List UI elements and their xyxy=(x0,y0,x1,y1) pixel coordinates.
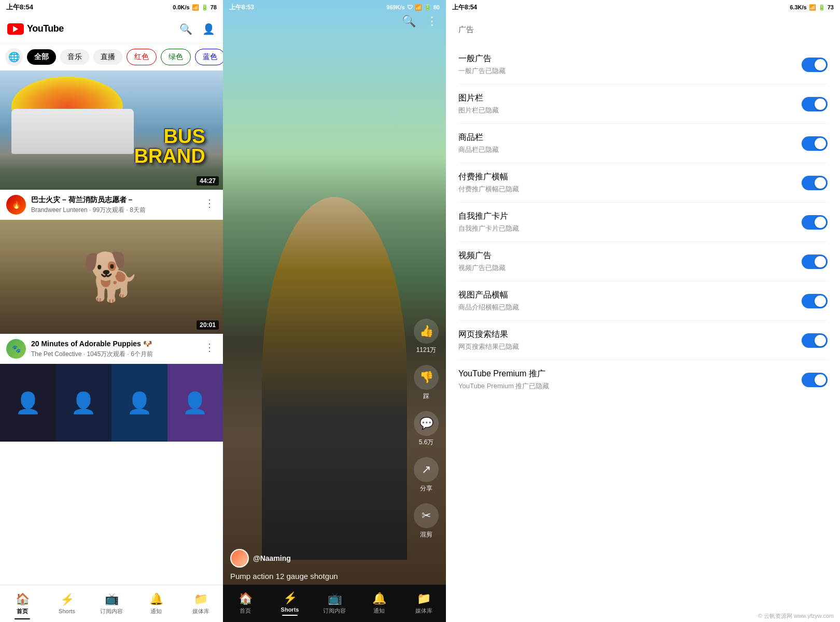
toggle-video-ads[interactable] xyxy=(802,255,828,269)
video-title-1[interactable]: 巴士火灾 – 荷兰消防员志愿者 – xyxy=(31,195,197,204)
shorts-search-button[interactable]: 🔍 xyxy=(402,15,416,28)
nav-subscriptions-feed[interactable]: 📺 订阅内容 xyxy=(89,592,134,615)
filter-globe-button[interactable]: 🌐 xyxy=(5,48,23,66)
settings-item-name-2: 图片栏 xyxy=(458,93,499,104)
remix-button[interactable]: ✂ 混剪 xyxy=(414,503,439,539)
shorts-video-bg xyxy=(223,0,446,622)
nav-shorts-feed[interactable]: ⚡ Shorts xyxy=(45,593,89,614)
settings-item-name-3: 商品栏 xyxy=(458,132,499,143)
settings-item-text-8: 网页搜索结果 网页搜索结果已隐藏 xyxy=(458,329,519,351)
toggle-product-bar[interactable] xyxy=(802,136,828,151)
wifi-icon-settings: 📶 xyxy=(809,4,816,11)
more-options-1[interactable]: ⋮ xyxy=(202,195,217,211)
shorts-right-actions: 👍 1121万 👎 踩 💬 5.6万 ↗ 分享 ✂ 混剪 xyxy=(414,319,439,539)
video-meta-1: 巴士火灾 – 荷兰消防员志愿者 – Brandweer Lunteren · 9… xyxy=(31,195,197,215)
youtube-header: YouTube 🔍 👤 xyxy=(0,15,223,44)
toggle-image-bar[interactable] xyxy=(802,97,828,111)
bottom-nav-feed: 🏠 首页 ⚡ Shorts 📺 订阅内容 🔔 通知 📁 媒体库 xyxy=(0,585,223,622)
filter-music[interactable]: 音乐 xyxy=(60,49,89,65)
yt-header-icons: 🔍 👤 xyxy=(178,22,216,36)
settings-item-desc-6: 视频广告已隐藏 xyxy=(458,263,506,273)
settings-item-desc-9: YouTube Premium 推广已隐藏 xyxy=(458,381,549,391)
shorts-more-button[interactable]: ⋮ xyxy=(426,15,438,28)
status-bar-settings: 上午8:54 6.3K/s 📶 🔋 73 xyxy=(446,0,840,15)
shorts-nav-shorts-label: Shorts xyxy=(281,606,299,613)
face-1: 👤 xyxy=(0,364,56,442)
settings-item-video-ads: 视频广告 视频广告已隐藏 xyxy=(458,242,828,281)
author-name[interactable]: @Naaming xyxy=(253,554,291,562)
video-thumb-1[interactable]: BUS BRAND 44:27 xyxy=(0,70,223,190)
filter-red[interactable]: 红色 xyxy=(127,49,157,65)
nav-home[interactable]: 🏠 首页 xyxy=(0,592,45,615)
shorts-notifications-icon: 🔔 xyxy=(372,592,386,605)
toggle-web-search[interactable] xyxy=(802,333,828,348)
shorts-nav-shorts[interactable]: ⚡ Shorts xyxy=(268,591,312,616)
video-meta-2: 20 Minutes of Adorable Puppies 🐶 The Pet… xyxy=(31,339,197,359)
home-icon: 🏠 xyxy=(16,592,30,606)
profile-button[interactable]: 👤 xyxy=(201,22,216,36)
shorts-shorts-icon: ⚡ xyxy=(283,591,297,605)
nav-active-indicator xyxy=(15,618,30,619)
settings-item-image-bar: 图片栏 图片栏已隐藏 xyxy=(458,84,828,124)
settings-panel: 上午8:54 6.3K/s 📶 🔋 73 广告 一般广告 一般广告已隐藏 图片栏… xyxy=(446,0,840,622)
search-button[interactable]: 🔍 xyxy=(178,22,193,36)
bus-shape xyxy=(11,109,134,154)
author-avatar[interactable] xyxy=(230,549,249,568)
duration-badge-2: 20:01 xyxy=(197,320,219,330)
shorts-nav-subscriptions[interactable]: 📺 订阅内容 xyxy=(312,592,357,615)
toggle-general-ads[interactable] xyxy=(802,58,828,72)
filter-all[interactable]: 全部 xyxy=(27,49,56,65)
video-title-2[interactable]: 20 Minutes of Adorable Puppies 🐶 xyxy=(31,339,197,348)
nav-library-label: 媒体库 xyxy=(192,607,209,615)
nav-library-feed[interactable]: 📁 媒体库 xyxy=(178,592,223,615)
settings-item-desc-4: 付费推广横幅已隐藏 xyxy=(458,185,519,194)
time-shorts: 上午8:53 xyxy=(229,3,254,12)
status-bar-feed: 上午8:54 0.0K/s 📶 🔋 78 xyxy=(0,0,223,15)
dislike-button[interactable]: 👎 踩 xyxy=(414,365,439,401)
like-button[interactable]: 👍 1121万 xyxy=(414,319,439,355)
video-thumb-3[interactable]: 👤 👤 👤 👤 xyxy=(0,364,223,442)
comment-button[interactable]: 💬 5.6万 xyxy=(414,411,439,447)
filter-green[interactable]: 绿色 xyxy=(161,49,191,65)
share-button[interactable]: ↗ 分享 xyxy=(414,457,439,493)
face-3: 👤 xyxy=(111,364,167,442)
yt-logo-text: YouTube xyxy=(27,23,64,34)
filter-blue[interactable]: 蓝色 xyxy=(195,49,223,65)
nav-subscriptions-label: 订阅内容 xyxy=(100,607,123,615)
notifications-icon: 🔔 xyxy=(149,592,163,606)
settings-item-text-9: YouTube Premium 推广 YouTube Premium 推广已隐藏 xyxy=(458,369,549,391)
yt-logo: YouTube xyxy=(7,23,64,35)
more-options-2[interactable]: ⋮ xyxy=(202,339,217,356)
settings-item-text-2: 图片栏 图片栏已隐藏 xyxy=(458,93,499,115)
toggle-paid-promo-banner[interactable] xyxy=(802,176,828,190)
shorts-top-icons: 🔍 ⋮ xyxy=(402,15,438,28)
status-icons-shorts: 969K/s 🛡 📶 🔋 80 xyxy=(386,4,440,11)
settings-item-name-5: 自我推广卡片 xyxy=(458,211,519,222)
shorts-nav-notifications[interactable]: 🔔 通知 xyxy=(357,592,401,615)
shorts-nav-home[interactable]: 🏠 首页 xyxy=(223,592,268,615)
shorts-nav-library-label: 媒体库 xyxy=(415,607,432,615)
status-bar-shorts: 上午8:53 969K/s 🛡 📶 🔋 80 xyxy=(223,0,446,15)
toggle-yt-premium[interactable] xyxy=(802,373,828,387)
filter-live[interactable]: 直播 xyxy=(93,49,122,65)
settings-item-desc-1: 一般广告已隐藏 xyxy=(458,66,506,76)
time-settings: 上午8:54 xyxy=(452,3,477,12)
dislike-label: 踩 xyxy=(423,392,429,401)
settings-item-text-5: 自我推广卡片 自我推广卡片已隐藏 xyxy=(458,211,519,233)
toggle-self-promo-card[interactable] xyxy=(802,215,828,230)
video-thumb-2[interactable]: 🐕 20:01 xyxy=(0,220,223,334)
share-icon: ↗ xyxy=(414,457,439,482)
settings-item-desc-8: 网页搜索结果已隐藏 xyxy=(458,342,519,351)
shorts-library-icon: 📁 xyxy=(417,592,431,605)
youtube-feed-panel: 上午8:54 0.0K/s 📶 🔋 78 YouTube 🔍 👤 🌐 全部 音乐… xyxy=(0,0,223,622)
vpn-icon: 🛡 xyxy=(407,4,413,10)
shorts-nav-library[interactable]: 📁 媒体库 xyxy=(401,592,446,615)
remix-label: 混剪 xyxy=(420,530,432,539)
shorts-video-panel: 上午8:53 969K/s 🛡 📶 🔋 80 🔍 ⋮ 👍 1121万 👎 踩 💬… xyxy=(223,0,446,622)
settings-item-desc-2: 图片栏已隐藏 xyxy=(458,106,499,115)
nav-notifications-feed[interactable]: 🔔 通知 xyxy=(134,592,178,615)
status-icons-feed: 0.0K/s 📶 🔋 78 xyxy=(173,4,217,11)
toggle-product-banner[interactable] xyxy=(802,294,828,308)
settings-item-name-7: 视图产品横幅 xyxy=(458,290,519,301)
settings-item-name-1: 一般广告 xyxy=(458,53,506,64)
